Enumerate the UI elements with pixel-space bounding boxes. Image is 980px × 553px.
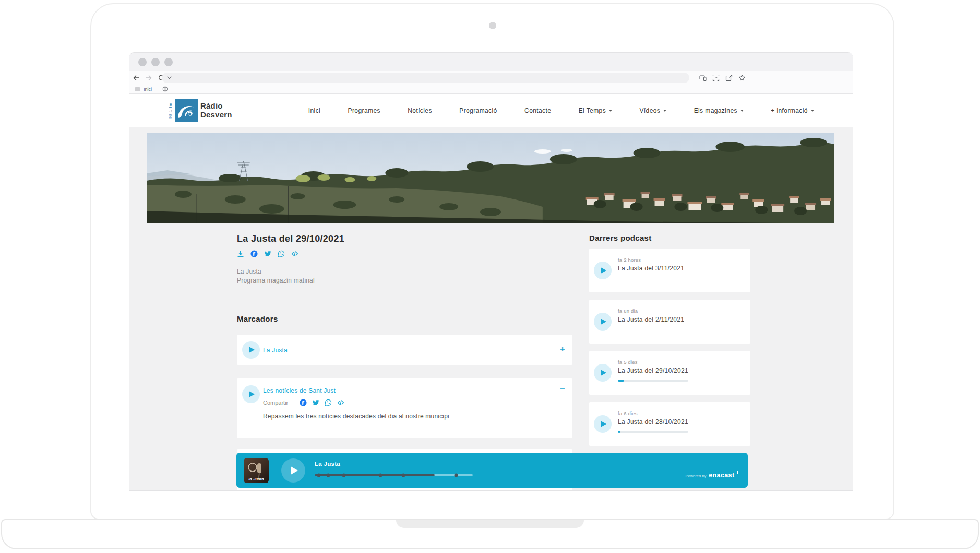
timeline-marker-dot[interactable] — [379, 473, 383, 477]
timeline-marker-dot[interactable] — [401, 473, 405, 477]
nav-item-programacio[interactable]: Programació — [459, 107, 497, 114]
window-minimize-button[interactable] — [151, 58, 160, 66]
podcast-title[interactable]: La Justa del 3/11/2021 — [618, 265, 684, 272]
marker-title-link[interactable]: Les notícies de Sant Just — [263, 387, 336, 394]
player-play-button[interactable] — [281, 458, 305, 483]
nav-item-videos[interactable]: Vídeos — [639, 107, 666, 114]
play-icon — [249, 347, 255, 353]
logo-frequency: 98.1 fm — [169, 99, 172, 122]
timeline-marker-dot[interactable] — [454, 473, 458, 477]
share-icon[interactable] — [725, 74, 733, 81]
play-icon — [601, 370, 606, 376]
player-timeline[interactable] — [315, 474, 473, 476]
collapse-minus-button[interactable]: − — [560, 384, 565, 393]
podcast-artwork: la Justa — [244, 458, 269, 483]
podcast-age: fa 6 dies — [618, 410, 638, 416]
whatsapp-icon[interactable] — [278, 250, 285, 257]
back-icon[interactable] — [133, 74, 140, 81]
globe-icon[interactable] — [162, 86, 168, 92]
nav-item-contacte[interactable]: Contacte — [524, 107, 551, 114]
podcasts-heading: Darrers podcast — [589, 233, 750, 242]
nav-item-el-temps[interactable]: El Temps — [579, 107, 612, 114]
chevron-down-icon — [663, 110, 666, 112]
twitter-icon[interactable] — [312, 399, 319, 406]
podcast-age: fa un dia — [618, 308, 638, 314]
player-marker-dots — [315, 474, 473, 476]
marker-card: Les notícies de Sant Just − Compartir Re… — [237, 378, 572, 438]
bookmarks-bar: Inici — [129, 85, 853, 94]
send-to-device-icon[interactable] — [699, 74, 707, 81]
podcast-age: fa 5 dies — [618, 359, 638, 365]
podcast-title[interactable]: La Justa del 28/10/2021 — [618, 418, 688, 426]
embed-code-icon[interactable] — [291, 250, 298, 257]
logo-name-line2: Desvern — [200, 111, 232, 120]
play-icon — [601, 267, 606, 274]
browser-titlebar — [129, 53, 853, 71]
podcast-card[interactable]: fa un dia La Justa del 2/11/2021 — [589, 300, 750, 344]
timeline-marker-dot[interactable] — [327, 473, 330, 477]
timeline-marker-dot[interactable] — [317, 473, 320, 477]
twitter-icon[interactable] — [264, 250, 271, 257]
player-track-title: La Justa — [315, 461, 340, 467]
logo-name-line1: Ràdio — [200, 102, 232, 111]
play-icon — [291, 466, 298, 475]
facebook-icon[interactable] — [300, 399, 307, 406]
site-viewport: 98.1 fm Ràdio Desvern — [129, 94, 853, 490]
play-button[interactable] — [242, 385, 260, 403]
bookmark-star-icon[interactable] — [738, 74, 746, 81]
podcast-age: fa 2 hores — [618, 257, 641, 263]
nav-item-programes[interactable]: Programes — [348, 107, 380, 114]
bookmark-inici[interactable]: Inici — [144, 87, 152, 92]
marker-title-link[interactable]: La Justa — [263, 347, 288, 354]
podcast-progress-bar — [618, 380, 688, 382]
play-button[interactable] — [594, 415, 612, 433]
markers-heading: Marcadors — [237, 314, 572, 323]
nav-item-els-magazines[interactable]: Els magazines — [694, 107, 744, 114]
podcast-card[interactable]: fa 2 hores La Justa del 3/11/2021 — [589, 249, 750, 292]
window-maximize-button[interactable] — [164, 58, 173, 66]
podcast-card[interactable]: fa 6 dies La Justa del 28/10/2021 — [589, 402, 750, 446]
article-share-row — [237, 250, 572, 257]
play-button[interactable] — [242, 341, 260, 359]
expand-plus-button[interactable]: + — [560, 345, 565, 354]
embed-code-icon[interactable] — [337, 399, 344, 406]
nav-item-noticies[interactable]: Notícies — [408, 107, 432, 114]
chevron-down-icon[interactable] — [167, 76, 172, 79]
screenshot-icon[interactable] — [712, 74, 720, 81]
main-menu: Inici Programes Notícies Programació Con… — [295, 107, 828, 114]
download-icon[interactable] — [237, 250, 244, 257]
timeline-marker-dot[interactable] — [342, 473, 346, 477]
browser-toolbar — [129, 71, 853, 85]
podcast-card[interactable]: fa 5 dies La Justa del 29/10/2021 — [589, 351, 750, 395]
chevron-down-icon — [740, 110, 744, 112]
enacast-brand: enacast — [709, 472, 734, 479]
play-button[interactable] — [594, 262, 612, 279]
facebook-icon[interactable] — [250, 250, 258, 257]
radio-desvern-logo-icon — [175, 99, 198, 122]
forward-icon[interactable] — [145, 74, 152, 81]
powered-by-label: Powered by — [686, 474, 707, 478]
page-title: La Justa del 29/10/2021 — [237, 233, 572, 244]
podcast-progress-bar — [618, 431, 688, 433]
powered-by[interactable]: Powered by enacast — [686, 472, 739, 479]
nav-item-informacio[interactable]: + informació — [771, 107, 814, 114]
play-button[interactable] — [594, 364, 612, 382]
podcast-title[interactable]: La Justa del 29/10/2021 — [618, 367, 688, 374]
program-name: La Justa — [237, 267, 572, 276]
page-body: La Justa del 29/10/2021 La Justa Program… — [129, 127, 853, 490]
article-column: La Justa del 29/10/2021 La Justa Program… — [237, 233, 572, 490]
play-icon — [601, 421, 606, 427]
equalizer-icon — [736, 470, 740, 474]
play-button[interactable] — [594, 313, 612, 331]
whatsapp-icon[interactable] — [325, 399, 332, 406]
site-logo[interactable]: 98.1 fm Ràdio Desvern — [169, 99, 232, 122]
webcam-dot-icon — [489, 22, 496, 29]
play-icon — [249, 391, 255, 397]
window-close-button[interactable] — [138, 58, 147, 66]
marker-description: Repassem les tres notícies destacades de… — [263, 413, 449, 420]
nav-item-inici[interactable]: Inici — [308, 107, 320, 114]
marker-share-row: Compartir — [263, 399, 344, 406]
podcast-title[interactable]: La Justa del 2/11/2021 — [618, 316, 684, 323]
address-bar[interactable] — [162, 73, 689, 83]
share-label: Compartir — [263, 399, 288, 406]
